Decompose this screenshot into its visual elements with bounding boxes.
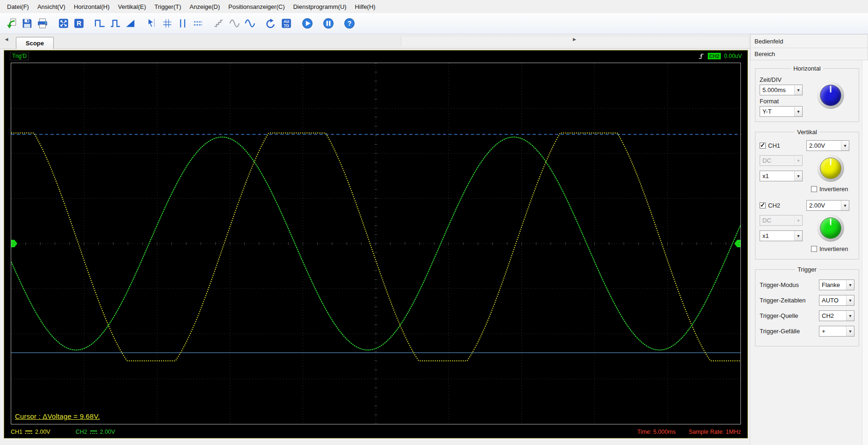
dropdown-arrow-icon <box>794 171 802 181</box>
run-button[interactable] <box>300 16 314 30</box>
cursor-measure-icon <box>146 18 157 29</box>
menu-hilfe[interactable]: Hilfe(H) <box>351 1 380 13</box>
ch2-position-knob[interactable] <box>817 215 844 242</box>
vertical-cursors-button[interactable] <box>176 16 190 30</box>
sine-interpolation-button[interactable] <box>243 16 257 30</box>
smooth-interpolation-button[interactable] <box>228 16 242 30</box>
ch2-coupling-select[interactable]: DC <box>760 215 803 226</box>
ch1-scale-select[interactable]: 2.00V <box>806 140 849 151</box>
fit-to-screen-button[interactable] <box>57 16 71 30</box>
trigger-quelle-row: Trigger-Quelle CH2 <box>760 310 854 321</box>
step-interpolation-button[interactable] <box>212 16 226 30</box>
trigger-quelle-label: Trigger-Quelle <box>760 312 819 319</box>
horizontal-knob[interactable] <box>817 82 844 109</box>
tab-scope[interactable]: Scope <box>16 37 54 49</box>
ch1-status-label: CH1 <box>11 429 22 435</box>
tool-group <box>93 16 138 30</box>
cursor-readout: Cursor : ΔVoltage = 9.68V. <box>15 412 100 420</box>
menu-dienstprogramm[interactable]: Dienstprogramm(U) <box>289 1 350 13</box>
knob-face <box>820 217 841 239</box>
undo-icon <box>265 18 277 29</box>
open-data-button[interactable] <box>5 16 19 30</box>
dropdown-arrow-icon <box>846 311 854 321</box>
menu-horizontal[interactable]: Horizontal(H) <box>70 1 114 13</box>
svg-text:AU: AU <box>284 20 289 24</box>
trigger-gefaelle-select[interactable]: + <box>819 326 854 337</box>
menu-ansicht[interactable]: Ansicht(V) <box>33 1 70 13</box>
save-button[interactable] <box>20 16 34 30</box>
ch2-invert-checkbox[interactable]: Invertieren <box>811 245 848 252</box>
trigger-zeitablen-label: Trigger-Zeitablen <box>760 297 819 304</box>
pause-button[interactable] <box>321 16 335 30</box>
menu-anzeige[interactable]: Anzeige(D) <box>185 1 224 13</box>
print-button[interactable] <box>36 16 50 30</box>
menu-vertikal[interactable]: Vertikal(E) <box>114 1 150 13</box>
vertical-cursors-icon <box>177 18 188 29</box>
sine-interpolation-icon <box>244 18 256 29</box>
waveform-display[interactable]: Cursor : ΔVoltage = 9.68V. <box>11 63 741 424</box>
trigger-readout: CH2 0.00uV <box>698 53 742 59</box>
menu-trigger[interactable]: Trigger(T) <box>150 1 185 13</box>
menu-positionsanzeiger[interactable]: Positionsanzeiger(C) <box>224 1 289 13</box>
horizontal-cursors-button[interactable] <box>191 16 205 30</box>
combo-value: 2.00V <box>807 201 841 210</box>
ch2-enable-checkbox[interactable]: CH2 <box>760 202 806 209</box>
dc-coupling-icon <box>90 430 97 434</box>
ch2-scale-select[interactable]: 2.00V <box>806 200 849 211</box>
help-button[interactable]: ? <box>342 16 356 30</box>
trigger-modus-row: Trigger-Modus Flanke <box>760 280 854 290</box>
tab-scroll-left-button[interactable] <box>2 37 11 46</box>
knob-pointer-icon <box>830 158 831 165</box>
trigger-zeitablen-select[interactable]: AUTO <box>819 295 854 306</box>
horizontal-cursors-icon <box>192 18 204 29</box>
dropdown-arrow-icon <box>841 141 849 151</box>
undo-button[interactable] <box>264 16 278 30</box>
control-panel: Bedienfeld Bereich Horizontal Zeit/DIV 5… <box>750 34 868 445</box>
square-wave-2-button[interactable] <box>108 16 122 30</box>
trigger-position-marker[interactable] <box>734 240 740 247</box>
grid-display-button[interactable] <box>160 16 174 30</box>
trigger-quelle-select[interactable]: CH2 <box>819 310 854 321</box>
panel-scrollbar[interactable] <box>862 60 868 445</box>
auto-setup-button[interactable]: AUTO <box>279 16 293 30</box>
ch1-invert-checkbox[interactable]: Invertieren <box>811 186 848 193</box>
ch1-enable-checkbox[interactable]: CH1 <box>760 142 806 149</box>
scope-column: Scope Trig'D CH2 0.00uV <box>0 34 750 445</box>
ch2-probe-select[interactable]: x1 <box>760 230 803 241</box>
knob-ring <box>817 155 844 182</box>
trigger-gefaelle-label: Trigger-Gefälle <box>760 328 819 335</box>
dropdown-arrow-icon <box>794 107 802 116</box>
sample-rate-status: Sample Rate: 1MHz <box>689 429 741 435</box>
trigger-modus-select[interactable]: Flanke <box>819 280 854 290</box>
dropdown-arrow-icon <box>846 295 854 305</box>
ch1-coupling-select[interactable]: DC <box>760 155 803 166</box>
trigger-group: Trigger Trigger-Modus Flanke Trigger-Zei… <box>755 266 859 346</box>
waveform-chart <box>11 63 740 424</box>
format-select[interactable]: Y-T <box>760 106 803 117</box>
pause-icon <box>323 18 334 29</box>
ramp-wave-button[interactable] <box>124 16 138 30</box>
menu-datei[interactable]: Datei(F) <box>3 1 33 13</box>
reset-button[interactable]: R <box>72 16 86 30</box>
dropdown-arrow-icon <box>794 231 802 241</box>
dropdown-arrow-icon <box>841 201 849 210</box>
tab-label: Scope <box>26 40 44 47</box>
knob-face <box>820 158 841 179</box>
ramp-wave-icon <box>125 18 136 29</box>
ch1-position-knob[interactable] <box>817 155 844 182</box>
trigger-gefaelle-row: Trigger-Gefälle + <box>760 326 854 337</box>
channel-position-marker[interactable] <box>11 240 17 247</box>
ch1-invert-label: Invertieren <box>819 186 848 193</box>
ch1-probe-select[interactable]: x1 <box>760 171 803 181</box>
combo-value: + <box>819 326 846 336</box>
combo-value: 2.00V <box>807 141 841 151</box>
tool-group <box>300 16 314 30</box>
main-area: Scope Trig'D CH2 0.00uV <box>0 34 868 445</box>
tab-scroll-right-button[interactable] <box>401 37 748 46</box>
cursor-measure-button[interactable] <box>145 16 159 30</box>
fit-to-screen-icon <box>58 18 69 29</box>
square-wave-1-button[interactable] <box>93 16 107 30</box>
trigger-modus-label: Trigger-Modus <box>760 281 819 288</box>
zeit-div-select[interactable]: 5.000ms <box>760 85 803 95</box>
open-data-icon <box>6 18 17 29</box>
